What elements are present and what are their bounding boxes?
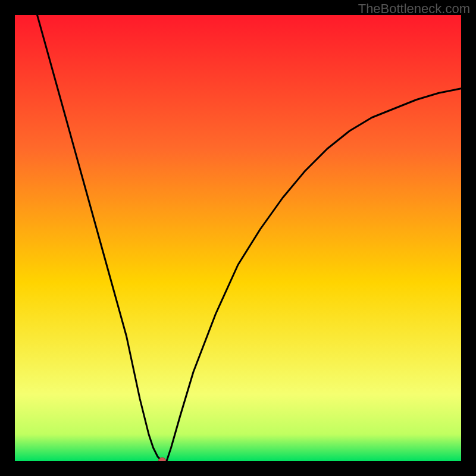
chart-plot (15, 15, 461, 461)
chart-frame (15, 15, 461, 461)
gradient-bg (15, 15, 461, 461)
watermark-text: TheBottleneck.com (358, 1, 470, 17)
